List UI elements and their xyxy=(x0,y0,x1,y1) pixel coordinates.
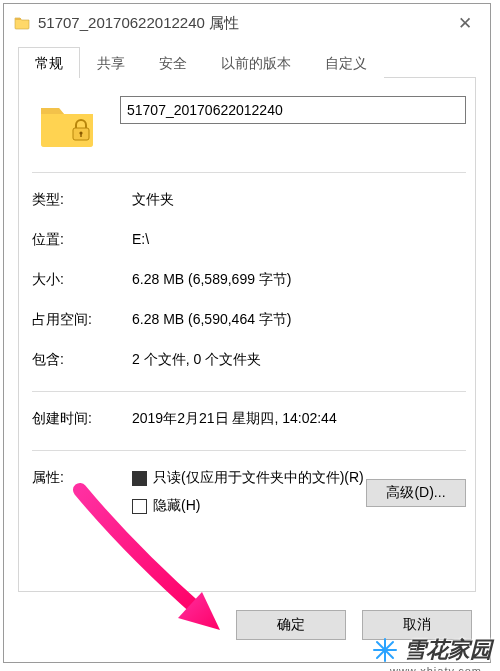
tab-container: 常规 共享 安全 以前的版本 自定义 xyxy=(18,48,476,592)
tab-customize[interactable]: 自定义 xyxy=(308,47,384,78)
label-contains: 包含: xyxy=(32,351,132,369)
label-attributes: 属性: xyxy=(32,469,132,487)
row-size-on-disk: 占用空间: 6.28 MB (6,590,464 字节) xyxy=(32,311,466,329)
row-size: 大小: 6.28 MB (6,589,699 字节) xyxy=(32,271,466,289)
checkbox-indeterminate-icon xyxy=(132,471,147,486)
readonly-label: 只读(仅应用于文件夹中的文件)(R) xyxy=(153,469,364,487)
close-button[interactable]: ✕ xyxy=(440,6,490,40)
properties-dialog: 51707_20170622012240 属性 ✕ 常规 共享 安全 以前的版本… xyxy=(3,3,491,663)
value-contains: 2 个文件, 0 个文件夹 xyxy=(132,351,466,369)
folder-icon xyxy=(14,15,30,31)
label-location: 位置: xyxy=(32,231,132,249)
value-created: 2019年2月21日 星期四, 14:02:44 xyxy=(132,410,466,428)
separator xyxy=(32,450,466,451)
tab-strip: 常规 共享 安全 以前的版本 自定义 xyxy=(18,48,384,78)
ok-button[interactable]: 确定 xyxy=(236,610,346,640)
separator xyxy=(32,391,466,392)
watermark: 雪花家园 www.xhjaty.com xyxy=(372,635,492,665)
separator xyxy=(32,172,466,173)
row-created: 创建时间: 2019年2月21日 星期四, 14:02:44 xyxy=(32,410,466,428)
svg-rect-0 xyxy=(15,18,21,20)
label-created: 创建时间: xyxy=(32,410,132,428)
row-location: 位置: E:\ xyxy=(32,231,466,249)
tab-previous-versions[interactable]: 以前的版本 xyxy=(204,47,308,78)
tab-security[interactable]: 安全 xyxy=(142,47,204,78)
general-panel-content: 类型: 文件夹 位置: E:\ 大小: 6.28 MB (6,589,699 字… xyxy=(32,96,466,582)
window-title: 51707_20170622012240 属性 xyxy=(38,14,440,33)
tab-general[interactable]: 常规 xyxy=(18,47,80,78)
value-location: E:\ xyxy=(132,231,466,249)
label-size: 大小: xyxy=(32,271,132,289)
row-contains: 包含: 2 个文件, 0 个文件夹 xyxy=(32,351,466,369)
watermark-url: www.xhjaty.com xyxy=(390,665,482,671)
advanced-button[interactable]: 高级(D)... xyxy=(366,479,466,507)
titlebar: 51707_20170622012240 属性 ✕ xyxy=(4,4,490,42)
folder-large-icon xyxy=(32,96,102,156)
close-icon: ✕ xyxy=(458,13,472,34)
watermark-text: 雪花家园 xyxy=(404,635,492,665)
label-type: 类型: xyxy=(32,191,132,209)
snowflake-icon xyxy=(372,637,398,663)
svg-rect-3 xyxy=(80,133,81,137)
tab-sharing[interactable]: 共享 xyxy=(80,47,142,78)
checkbox-empty-icon xyxy=(132,499,147,514)
value-size-on-disk: 6.28 MB (6,590,464 字节) xyxy=(132,311,466,329)
name-row xyxy=(32,96,466,156)
folder-name-input[interactable] xyxy=(120,96,466,124)
value-type: 文件夹 xyxy=(132,191,466,209)
row-type: 类型: 文件夹 xyxy=(32,191,466,209)
hidden-label: 隐藏(H) xyxy=(153,497,200,515)
label-size-on-disk: 占用空间: xyxy=(32,311,132,329)
value-size: 6.28 MB (6,589,699 字节) xyxy=(132,271,466,289)
